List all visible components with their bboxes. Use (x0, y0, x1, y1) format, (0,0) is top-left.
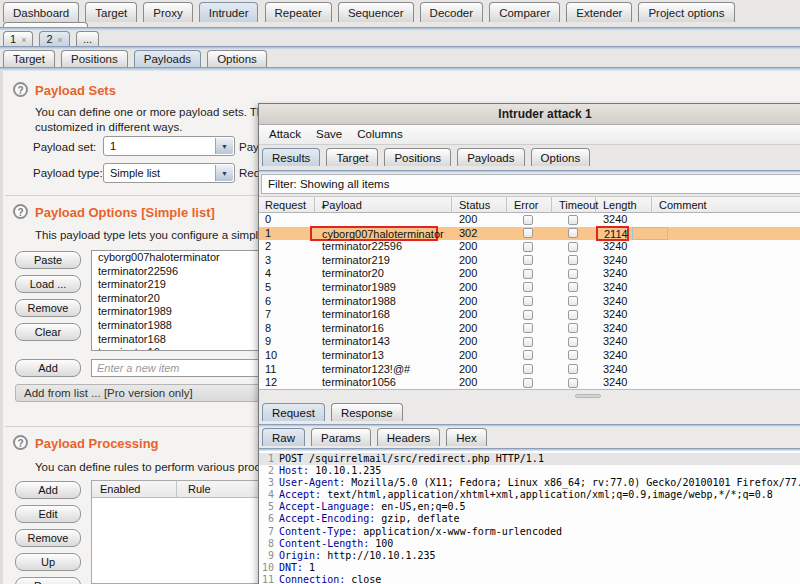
chevron-down-icon[interactable]: ▼ (215, 138, 233, 154)
tab-target[interactable]: Target (85, 2, 137, 22)
col-error[interactable]: Error (508, 197, 552, 213)
col-timeout[interactable]: Timeout (553, 197, 596, 213)
payload-list-item[interactable]: terminator1988 (92, 319, 286, 333)
add-button[interactable]: Add (15, 359, 81, 377)
chevron-down-icon[interactable]: ▼ (215, 165, 233, 181)
tab-attack-payloads[interactable]: Payloads (457, 148, 524, 166)
error-checkbox[interactable] (523, 310, 533, 320)
timeout-checkbox[interactable] (568, 228, 578, 238)
tab-attack-positions[interactable]: Positions (384, 148, 451, 166)
col-length[interactable]: Length (597, 197, 652, 213)
error-checkbox[interactable] (523, 215, 533, 225)
filter-bar[interactable]: Filter: Showing all items (261, 174, 800, 194)
clear-button[interactable]: Clear (15, 323, 81, 341)
payload-list-item[interactable]: terminator168 (92, 333, 286, 347)
timeout-checkbox[interactable] (568, 337, 578, 347)
close-icon[interactable]: × (21, 35, 26, 45)
tab-extender[interactable]: Extender (566, 2, 632, 22)
payload-list-item[interactable]: cyborg007haloterminator (92, 251, 286, 265)
tab-intruder[interactable]: Intruder (199, 2, 259, 22)
tab-attack-1[interactable]: 1× (3, 31, 33, 46)
result-row[interactable]: 6 terminator1988 200 3240 (259, 295, 800, 309)
payload-list-item[interactable]: terminator16 (92, 346, 286, 351)
result-row[interactable]: 9 terminator143 200 3240 (259, 335, 800, 349)
error-checkbox[interactable] (523, 364, 533, 374)
timeout-checkbox[interactable] (568, 378, 578, 388)
tab-attack-options[interactable]: Options (531, 148, 591, 166)
payload-type-dropdown[interactable]: Simple list ▼ (103, 163, 235, 183)
error-checkbox[interactable] (523, 255, 533, 265)
result-row[interactable]: 2 terminator22596 200 3240 (259, 240, 800, 254)
error-checkbox[interactable] (523, 337, 533, 347)
processing-up-button[interactable]: Up (15, 553, 81, 571)
panel-splitter[interactable] (259, 390, 800, 401)
help-icon[interactable]: ? (13, 435, 28, 450)
tab-decoder[interactable]: Decoder (420, 2, 483, 22)
payload-list-item[interactable]: terminator22596 (92, 265, 286, 279)
error-checkbox[interactable] (523, 323, 533, 333)
result-row[interactable]: 7 terminator168 200 3240 (259, 308, 800, 322)
timeout-checkbox[interactable] (568, 282, 578, 292)
raw-request-view[interactable]: 1POST /squirrelmail/src/redirect.php HTT… (259, 451, 800, 584)
error-checkbox[interactable] (523, 282, 533, 292)
remove-button[interactable]: Remove (15, 299, 81, 317)
error-checkbox[interactable] (523, 350, 533, 360)
result-row[interactable]: 12 terminator1056 200 3240 (259, 376, 800, 390)
timeout-checkbox[interactable] (568, 255, 578, 265)
tab-results[interactable]: Results (262, 148, 320, 166)
processing-add-button[interactable]: Add (15, 481, 81, 499)
tab-proxy[interactable]: Proxy (143, 2, 192, 22)
tab-comparer[interactable]: Comparer (489, 2, 560, 22)
close-icon[interactable]: × (58, 35, 63, 45)
col-payload[interactable]: Payload (316, 197, 452, 213)
col-request[interactable]: Request▲ (259, 197, 315, 213)
help-icon[interactable]: ? (13, 204, 28, 219)
timeout-checkbox[interactable] (568, 215, 578, 225)
processing-edit-button[interactable]: Edit (15, 505, 81, 523)
payload-set-dropdown[interactable]: 1 ▼ (103, 136, 235, 156)
tab-dashboard[interactable]: Dashboard (3, 2, 79, 22)
tab-payloads[interactable]: Payloads (134, 50, 201, 67)
tab-project-options[interactable]: Project options (638, 2, 734, 22)
col-status[interactable]: Status (453, 197, 507, 213)
timeout-checkbox[interactable] (568, 350, 578, 360)
tab-response[interactable]: Response (331, 403, 403, 421)
processing-remove-button[interactable]: Remove (15, 529, 81, 547)
splitter-grip-icon[interactable] (575, 394, 601, 398)
load-button[interactable]: Load ... (15, 275, 81, 293)
result-row[interactable]: 3 terminator219 200 3240 (259, 254, 800, 268)
result-row[interactable]: 8 terminator16 200 3240 (259, 322, 800, 336)
tab-raw[interactable]: Raw (262, 428, 305, 446)
timeout-checkbox[interactable] (568, 242, 578, 252)
timeout-checkbox[interactable] (568, 296, 578, 306)
payload-list-item[interactable]: terminator20 (92, 292, 286, 306)
menu-attack[interactable]: Attack (263, 125, 307, 140)
tab-request[interactable]: Request (262, 403, 325, 421)
payload-list-item[interactable]: terminator1989 (92, 305, 286, 319)
col-comment[interactable]: Comment (653, 197, 800, 213)
processing-down-button[interactable]: Down (15, 577, 81, 584)
timeout-checkbox[interactable] (568, 269, 578, 279)
tab-attack-2[interactable]: 2× (39, 31, 69, 46)
tab-attack-more[interactable]: ... (76, 31, 99, 46)
tab-hex[interactable]: Hex (446, 428, 486, 446)
timeout-checkbox[interactable] (568, 323, 578, 333)
error-checkbox[interactable] (523, 228, 533, 238)
help-icon[interactable]: ? (13, 82, 28, 97)
result-row-highlighted[interactable]: 1 cyborg007haloterminator 302 2114 (259, 227, 800, 241)
menu-save[interactable]: Save (310, 125, 348, 140)
result-row[interactable]: 11 terminator123!@# 200 3240 (259, 363, 800, 377)
error-checkbox[interactable] (523, 269, 533, 279)
error-checkbox[interactable] (523, 296, 533, 306)
result-row[interactable]: 10 terminator13 200 3240 (259, 349, 800, 363)
tab-positions[interactable]: Positions (61, 50, 128, 67)
payload-list-item[interactable]: terminator219 (92, 278, 286, 292)
comment-cell-focus[interactable] (632, 227, 668, 240)
error-checkbox[interactable] (523, 242, 533, 252)
tab-params[interactable]: Params (311, 428, 371, 446)
tab-headers[interactable]: Headers (377, 428, 440, 446)
menu-columns[interactable]: Columns (351, 125, 408, 140)
result-row[interactable]: 4 terminator20 200 3240 (259, 267, 800, 281)
timeout-checkbox[interactable] (568, 310, 578, 320)
tab-options[interactable]: Options (207, 50, 267, 67)
